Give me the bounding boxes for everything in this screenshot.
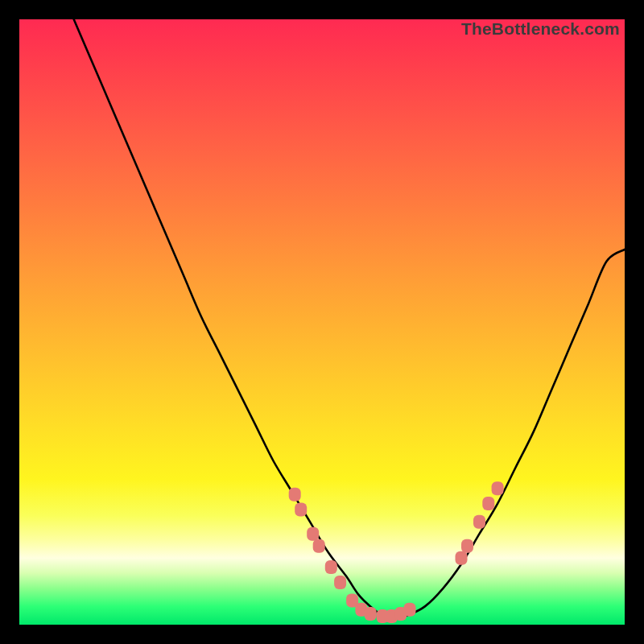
bottleneck-curve-path [74,19,625,619]
plot-area: TheBottleneck.com [19,19,625,625]
curve-layer [19,19,625,625]
curve-marker [365,607,377,621]
curve-marker [289,488,301,502]
curve-marker [325,560,337,574]
curve-marker [295,503,307,517]
curve-marker [461,539,473,553]
curve-marker [482,497,494,510]
curve-marker [492,481,504,495]
curve-marker [456,551,468,565]
curve-marker [307,527,319,541]
curve-marker [334,576,346,589]
curve-marker [404,603,416,617]
chart-frame: TheBottleneck.com [0,0,644,644]
curve-marker [313,539,325,553]
marker-group [289,481,504,623]
curve-marker [473,515,485,529]
